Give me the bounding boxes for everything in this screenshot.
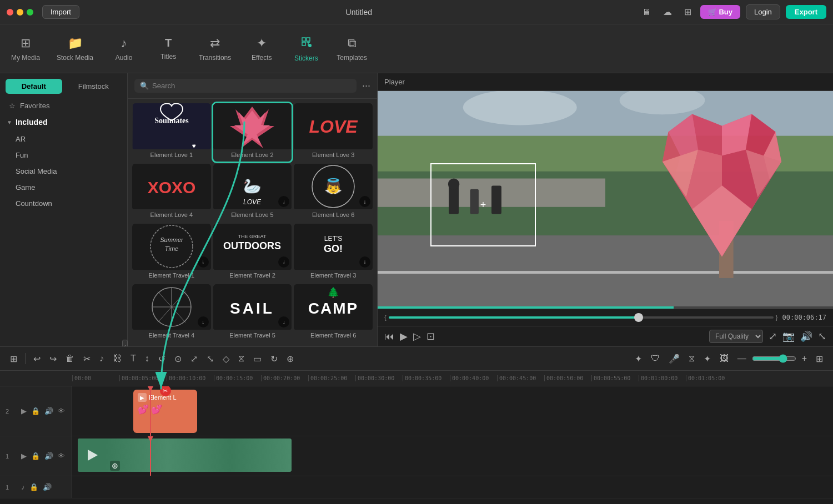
toolbar-audio[interactable]: ♪ Audio <box>110 36 138 62</box>
sticker-travel2[interactable]: THE GREAT OUTDOORS ↓ Element Travel 2 <box>213 224 292 282</box>
sticker-travel1[interactable]: Summer Time ↓ Element Travel 1 <box>132 224 211 282</box>
redo-button[interactable]: ↪ <box>46 351 60 366</box>
crop-button[interactable]: ↕ <box>142 351 153 366</box>
sticker-travel5[interactable]: SAIL ↓ Element Travel 5 <box>213 284 292 342</box>
toolbar-titles[interactable]: T Titles <box>154 37 182 61</box>
volume-button[interactable]: 🔊 <box>800 330 812 342</box>
play-alt-button[interactable]: ▷ <box>413 330 421 342</box>
mic-tool[interactable]: 🎤 <box>665 351 683 366</box>
loop-button[interactable]: ⊡ <box>426 330 435 342</box>
panel-collapse-button[interactable]: ‹ <box>122 340 128 346</box>
toolbar-transitions[interactable]: ⇄ Transitions <box>199 36 231 62</box>
time-tool[interactable]: ⧖ <box>685 351 698 366</box>
track-2-eye[interactable]: 👁 <box>58 407 65 415</box>
import-button[interactable]: Import <box>42 5 79 19</box>
sticker-travel4[interactable]: ↓ Element Travel 4 <box>132 284 211 342</box>
track-audio-volume[interactable]: 🔊 <box>43 483 52 491</box>
track-audio-lock[interactable]: 🔒 <box>29 483 38 491</box>
toolbar-templates[interactable]: ⧉ Templates <box>337 36 367 62</box>
sticker-element-clip[interactable]: ✂ ▶ Element L 💕 💕 <box>133 390 197 433</box>
sticker-love2[interactable]: Element Love 2 <box>213 103 292 162</box>
zoom-slider[interactable] <box>752 354 796 363</box>
delete-button[interactable]: 🗑 <box>62 351 78 366</box>
track-2-volume[interactable]: 🔊 <box>44 407 53 415</box>
sticker-love6[interactable]: 👼 ↓ Element Love 6 <box>294 164 373 222</box>
playback-progress[interactable] <box>389 316 774 319</box>
flip-button[interactable]: ↻ <box>267 351 281 366</box>
tab-filmstock[interactable]: Filmstock <box>66 79 122 94</box>
cut-button[interactable]: ✂ <box>80 351 94 366</box>
login-button[interactable]: Login <box>746 4 780 19</box>
sticker-love4[interactable]: XOXO Element Love 4 <box>132 164 211 222</box>
layout-button[interactable]: ⊞ <box>7 351 21 366</box>
zoom-fit-button[interactable]: ⊙ <box>171 351 185 366</box>
track-1-eye[interactable]: 👁 <box>58 452 65 460</box>
rotate-button[interactable]: ↺ <box>155 351 169 366</box>
pip-button[interactable]: ▭ <box>250 351 265 366</box>
screenshot-button[interactable]: 📷 <box>782 330 795 342</box>
ruler-mark-7: 00:00:35:00 <box>403 375 450 381</box>
more-options-button[interactable]: ··· <box>362 80 370 92</box>
effects-tool[interactable]: ✦ <box>631 351 645 366</box>
nav-item-fun[interactable]: Fun <box>0 147 127 163</box>
quality-select[interactable]: Full Quality Half Quality <box>709 330 763 343</box>
track-1-volume[interactable]: 🔊 <box>44 452 53 460</box>
track-2-lock[interactable]: 🔒 <box>31 407 40 415</box>
sticker-love3[interactable]: LOVE Element Love 3 <box>294 103 373 162</box>
speed-button[interactable]: ⧖ <box>235 351 248 366</box>
expand-button[interactable]: ⤡ <box>818 330 826 342</box>
svg-text:Summer: Summer <box>160 236 184 243</box>
sticker-love6-label: Element Love 6 <box>312 209 354 221</box>
close-button[interactable] <box>7 9 13 16</box>
favorites-item[interactable]: ☆ Favorites <box>0 98 127 113</box>
nav-item-social-media[interactable]: Social Media <box>0 163 127 179</box>
nav-item-ar[interactable]: AR <box>0 131 127 147</box>
cloud-icon[interactable]: ☁ <box>660 6 675 18</box>
sticker-love4-thumb: XOXO <box>132 164 211 210</box>
add-button[interactable]: ⊕ <box>283 351 297 366</box>
undo-button[interactable]: ↩ <box>30 351 44 366</box>
sticker-travel6[interactable]: CAMP 🌲 Element Travel 6 <box>294 284 373 342</box>
toolbar-audio-label: Audio <box>116 54 133 62</box>
grid-view-tool[interactable]: ⊞ <box>812 351 826 366</box>
window-title: Untitled <box>84 8 634 17</box>
expand-track-button[interactable]: ⤢ <box>187 351 201 366</box>
zoom-in-tool[interactable]: + <box>799 351 810 366</box>
step-back-button[interactable]: ⏮ <box>384 331 394 342</box>
sparkle-tool[interactable]: ✦ <box>700 351 714 366</box>
audio-detach-button[interactable]: ♪ <box>96 351 107 366</box>
toolbar-effects[interactable]: ✦ Effects <box>248 36 275 62</box>
video-clip-thumbnail <box>78 439 106 472</box>
fullscreen-button[interactable]: ⤢ <box>769 330 777 342</box>
zoom-out-tool[interactable]: — <box>734 351 750 366</box>
toolbar-stock-media[interactable]: 📁 Stock Media <box>57 36 93 62</box>
sticker-love5[interactable]: 🦢 LOVE ↓ Element Love 5 <box>213 164 292 222</box>
sticker-travel3[interactable]: LET'S GO! ↓ Element Travel 3 <box>294 224 373 282</box>
track-2-controls: 2 ▶ 🔒 🔊 👁 <box>0 386 72 436</box>
play-button[interactable]: ▶ <box>400 330 408 342</box>
collapse-track-button[interactable]: ⤡ <box>203 351 217 366</box>
sticker-search-box[interactable]: 🔍 Search <box>134 79 357 93</box>
track-1-lock[interactable]: 🔒 <box>31 452 40 460</box>
export-button[interactable]: Export <box>786 5 826 19</box>
display-icon[interactable]: 🖥 <box>639 6 654 18</box>
included-section-header[interactable]: ▼ Included <box>0 113 127 131</box>
text-button[interactable]: T <box>127 351 139 366</box>
link-button[interactable]: ⛓ <box>109 351 125 366</box>
buy-button[interactable]: 🛒 Buy <box>700 5 740 19</box>
paint-button[interactable]: ◇ <box>219 351 233 366</box>
image-tool[interactable]: 🖼 <box>716 351 732 366</box>
video-clip[interactable]: ⊕ <box>78 439 292 472</box>
nav-item-countdown[interactable]: Countdown <box>0 195 127 211</box>
tab-default[interactable]: Default <box>6 79 62 94</box>
player-title: Player <box>378 73 833 91</box>
toolbar-my-media[interactable]: ⊞ My Media <box>11 36 40 62</box>
sticker-love1[interactable]: Soulmates ♥ Element Love 1 <box>132 103 211 162</box>
sticker-travel6-label: Element Travel 6 <box>310 330 357 342</box>
toolbar-stickers[interactable]: Stickers <box>292 36 320 62</box>
shield-tool[interactable]: 🛡 <box>648 351 663 366</box>
maximize-button[interactable] <box>27 9 33 16</box>
minimize-button[interactable] <box>17 9 23 16</box>
grid-icon[interactable]: ⊞ <box>681 6 695 18</box>
nav-item-game[interactable]: Game <box>0 179 127 195</box>
